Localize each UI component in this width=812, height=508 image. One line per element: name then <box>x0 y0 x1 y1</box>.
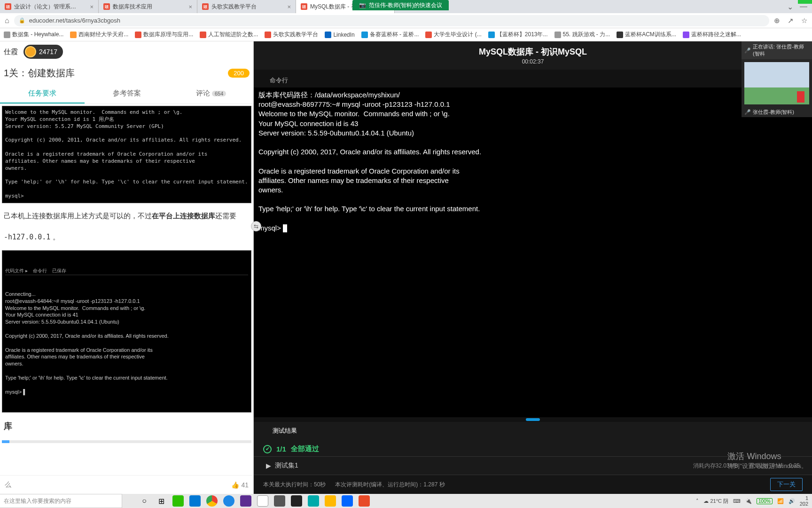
url-field[interactable]: 🔒 educoder.net/tasks/6rnya3cbgosh <box>14 15 769 26</box>
app-chrome[interactable] <box>204 494 220 508</box>
windows-taskbar: 在这里输入你要搜索的内容 ○ ⊞ ˄ ☁ 21°C 阴 ⌨ 🔌 100% 📶 🔊… <box>0 494 812 508</box>
favicon-1: 頭 <box>103 3 110 10</box>
keyboard-icon[interactable]: ⌨ <box>733 498 741 504</box>
app-vs[interactable] <box>238 494 254 508</box>
points-badge: 200 <box>228 69 250 78</box>
section-heading: 库 <box>2 414 251 438</box>
bookmark-5[interactable]: LinkedIn <box>325 32 354 38</box>
app-ie[interactable] <box>221 494 237 508</box>
bm-icon <box>425 32 432 38</box>
tab-requirements[interactable]: 任务要求 <box>0 84 85 103</box>
exec-limit: 本关最大执行时间：50秒 <box>263 481 326 489</box>
activate-line1: 激活 Windows <box>727 451 807 462</box>
weather[interactable]: ☁ 21°C 阴 <box>703 498 728 505</box>
bookmark-0[interactable]: 数据集 - Heywhale... <box>4 31 63 39</box>
app-term[interactable] <box>289 494 304 508</box>
activate-windows: 激活 Windows 转到"设置"以激活 Windows。 <box>727 451 807 470</box>
meeting-title-bar[interactable]: 📷 范佳伟-教师(智科)的快速会议 <box>352 0 449 10</box>
video-footer: 🎤 张仕霞-教师(智科) <box>742 107 812 117</box>
example-terminal-1: Welcome to the MySQL monitor. Commands e… <box>2 106 251 203</box>
tab-label-1: 数据库技术应用 <box>113 3 152 11</box>
terminal[interactable]: 版本库代码路径：/data/workspace/myshixun/ root@e… <box>254 87 812 417</box>
workspace-footer: 本关最大执行时间：50秒 本次评测耗时(编译、运行总时间)：1.287 秒 下一… <box>254 475 812 494</box>
workspace-timer: 00:02:37 <box>522 58 544 65</box>
wifi-icon[interactable]: 📶 <box>777 498 784 504</box>
bookmark-8[interactable]: 【蓝桥杯】2013年... <box>488 31 548 39</box>
thumbs-up-icon: 👍 <box>231 481 239 489</box>
chevron-up-icon[interactable]: ˄ <box>696 498 699 504</box>
cursor <box>283 224 287 232</box>
bm-icon <box>70 32 77 38</box>
tab-dropdown-icon[interactable]: ⌄ <box>787 2 793 11</box>
bookmark-1[interactable]: 西南财经大学天府... <box>70 31 128 39</box>
tab-answer[interactable]: 参考答案 <box>85 84 169 103</box>
search-placeholder: 在这里输入你要搜索的内容 <box>4 497 71 505</box>
star-icon[interactable]: ☆ <box>801 16 807 25</box>
splitter-handle[interactable] <box>254 417 812 422</box>
person-icon <box>797 91 804 103</box>
window-restore-strip <box>798 0 812 4</box>
bm-icon <box>554 32 561 38</box>
next-button[interactable]: 下一关 <box>770 478 803 491</box>
system-tray[interactable]: ˄ ☁ 21°C 阴 ⌨ 🔌 100% 📶 🔊 1202 <box>692 495 812 507</box>
video-thumbnail[interactable] <box>744 62 809 104</box>
search-icon[interactable]: ⊕ <box>774 16 780 25</box>
app-edge[interactable] <box>187 494 203 508</box>
progress-bar <box>2 440 251 443</box>
app-wechat[interactable] <box>170 494 186 508</box>
bookmark-10[interactable]: 蓝桥杯ACM训练系... <box>617 31 676 39</box>
volume-icon[interactable]: 🔊 <box>789 498 795 504</box>
tab-comments[interactable]: 评论654 <box>169 84 253 103</box>
bookmark-2[interactable]: 数据库原理与应用... <box>135 31 193 39</box>
task-body[interactable]: Welcome to the MySQL monitor. Commands e… <box>0 104 253 475</box>
coin-badge[interactable]: 24717 <box>23 45 63 59</box>
task-view-icon[interactable]: ⊞ <box>153 494 169 508</box>
bm-icon <box>135 32 141 38</box>
bookmark-9[interactable]: 55. 跳跃游戏 - 力... <box>554 31 610 39</box>
tab-terminal[interactable]: 命令行 <box>265 73 293 87</box>
term2-body: Connecting... root@evassh-64844:~# mysql… <box>5 291 248 396</box>
taskbar-search[interactable]: 在这里输入你要搜索的内容 <box>0 494 122 508</box>
bm-icon <box>4 32 10 38</box>
favicon-0: 頭 <box>5 3 11 10</box>
app-meeting[interactable] <box>339 494 355 508</box>
results-tab[interactable]: 测试结果 <box>254 422 812 440</box>
coin-icon <box>25 46 36 57</box>
app-tools[interactable] <box>272 494 288 508</box>
like-button[interactable]: 👍41 <box>231 481 249 489</box>
app-other[interactable] <box>356 494 372 508</box>
bookmark-3[interactable]: 人工智能进阶之数... <box>200 31 258 39</box>
clock-time: 1 <box>805 495 808 501</box>
app-cloud[interactable] <box>305 494 321 508</box>
bookmark-7[interactable]: 大学生毕业设计 (... <box>425 31 481 39</box>
browser-tab-2[interactable]: 頭头歌实践教学平台× <box>197 0 296 13</box>
video-call-panel[interactable]: 🎤 正在讲话: 张仕霞-教师(智科 🎤 张仕霞-教师(智科) <box>742 41 812 117</box>
browser-tab-1[interactable]: 頭数据库技术应用× <box>99 0 197 13</box>
home-icon[interactable]: ⌂ <box>5 16 9 25</box>
start-icon[interactable]: ○ <box>136 494 152 508</box>
video-name: 张仕霞-教师(智科) <box>753 109 794 116</box>
share-icon[interactable]: ↗ <box>788 16 794 25</box>
example-terminal-2: 代码文件 ▸ 命令行 已保存 Connecting... root@evassh… <box>2 250 251 413</box>
grip-icon <box>526 418 540 421</box>
favicon-2: 頭 <box>202 3 209 10</box>
task-tabs: 任务要求 参考答案 评论654 <box>0 84 253 104</box>
collapse-handle[interactable]: ⇆ <box>251 221 261 231</box>
workspace-title: MySQL数据库 - 初识MySQL <box>479 46 587 57</box>
meeting-title: 范佳伟-教师(智科)的快速会议 <box>369 1 442 9</box>
app-calendar[interactable] <box>255 494 271 508</box>
close-icon[interactable]: × <box>287 3 291 10</box>
workspace-panel: MySQL数据库 - 初识MySQL 00:02:37 命令行 版本库代码路径：… <box>254 41 812 494</box>
bm-icon <box>617 32 623 38</box>
task-panel: 仕霞 24717 1关：创建数据库 200 任务要求 参考答案 评论654 We… <box>0 41 254 494</box>
bookmark-4[interactable]: 头歌实践教学平台 <box>265 31 318 39</box>
bookmark-11[interactable]: 蓝桥杯路径之迷解... <box>683 31 741 39</box>
close-icon[interactable]: × <box>90 3 94 10</box>
stage-title: 1关：创建数据库 200 <box>0 62 253 84</box>
browser-tab-0[interactable]: 頭业设计（论文）管理系…× <box>0 0 99 13</box>
app-explorer[interactable] <box>322 494 338 508</box>
mic-icon: 🎤 <box>744 109 751 115</box>
close-icon[interactable]: × <box>188 3 192 10</box>
plug-icon: 🔌 <box>745 498 752 504</box>
bookmark-6[interactable]: 备赛蓝桥杯 - 蓝桥... <box>361 31 419 39</box>
